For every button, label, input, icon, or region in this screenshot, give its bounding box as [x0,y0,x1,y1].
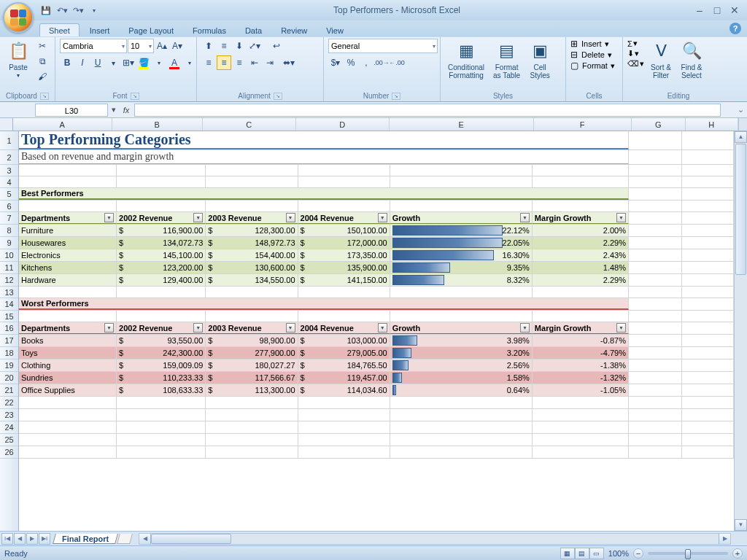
scroll-down-icon[interactable]: ▼ [735,519,747,531]
delete-cells-button[interactable]: ⊟ Delete ▾ [570,50,612,60]
copy-icon[interactable]: ⧉ [35,54,50,69]
format-painter-icon[interactable]: 🖌 [35,69,50,84]
horizontal-scrollbar[interactable]: ◀ ▶ [139,533,731,545]
tab-review[interactable]: Review [272,24,316,36]
row-header[interactable]: 5 [0,188,18,201]
bold-icon[interactable]: B [60,55,74,70]
row-header[interactable]: 11 [0,262,18,274]
filter-icon[interactable]: ▼ [193,213,203,222]
align-center-icon[interactable]: ≡ [217,55,231,70]
fx-icon[interactable]: fx [118,106,134,114]
comma-icon[interactable]: , [359,55,374,70]
col-header-b[interactable]: B [112,118,203,131]
fill-color-icon[interactable]: 🪣 [136,55,151,70]
conditional-formatting-button[interactable]: ▦Conditional Formatting [445,39,487,81]
underline-icon[interactable]: U [90,55,105,70]
row-header[interactable]: 20 [0,372,18,384]
new-sheet-icon[interactable] [117,534,133,544]
clipboard-launcher[interactable]: ↘ [40,93,49,100]
decrease-indent-icon[interactable]: ⇤ [247,55,262,70]
borders-icon[interactable]: ⊞▾ [121,55,136,70]
select-all-corner[interactable] [0,118,13,131]
merge-center-icon[interactable]: ⬌▾ [282,55,296,70]
tab-insert[interactable]: Insert [81,24,119,36]
paste-button[interactable]: 📋 Paste ▼ [4,39,32,79]
col-header-c[interactable]: C [203,118,296,131]
zoom-in-icon[interactable]: + [732,548,743,559]
filter-icon[interactable]: ▼ [616,323,626,332]
sort-filter-button[interactable]: ᐯSort & Filter [647,39,675,81]
col-header-e[interactable]: E [390,118,534,131]
undo-icon[interactable]: ↶▾ [55,4,69,17]
row-header[interactable]: 14 [0,298,18,311]
row-header[interactable]: 18 [0,347,18,359]
number-launcher[interactable]: ↘ [392,93,400,100]
minimize-button[interactable]: – [693,4,706,16]
row-header[interactable]: 1 [0,131,18,150]
view-pagebreak-icon[interactable]: ▭ [589,548,604,559]
help-icon[interactable]: ? [729,23,741,34]
row-header[interactable]: 2 [0,150,18,165]
sheet-nav-next-icon[interactable]: ▶ [26,533,38,545]
worksheet-grid[interactable]: Top Performing CategoriesBased on revenu… [19,131,734,531]
filter-icon[interactable]: ▼ [286,213,295,222]
decrease-decimal-icon[interactable]: ←.00 [390,55,404,70]
row-header[interactable]: 24 [0,421,18,434]
tab-view[interactable]: View [317,24,352,36]
font-size-combo[interactable]: 10 [128,39,154,53]
close-button[interactable]: ✕ [728,4,741,16]
col-header-a[interactable]: A [13,118,112,131]
row-header[interactable]: 4 [0,176,18,188]
tab-sheet[interactable]: Sheet [39,23,80,36]
sheet-nav-prev-icon[interactable]: ◀ [14,533,26,545]
filter-icon[interactable]: ▼ [616,213,626,222]
autosum-button[interactable]: Σ▾ [627,39,644,48]
formula-expand-icon[interactable]: ⌄ [734,105,747,114]
col-header-h[interactable]: H [686,118,738,131]
wrap-text-icon[interactable]: ↩ [269,39,284,53]
align-bottom-icon[interactable]: ⬇ [232,39,247,53]
row-header[interactable]: 6 [0,201,18,212]
row-header[interactable]: 19 [0,359,18,372]
cut-icon[interactable]: ✂ [35,39,50,53]
save-icon[interactable]: 💾 [39,4,53,17]
row-header[interactable]: 8 [0,225,18,237]
alignment-launcher[interactable]: ↘ [274,93,282,100]
filter-icon[interactable]: ▼ [520,323,530,332]
align-left-icon[interactable]: ≡ [201,55,216,70]
font-name-combo[interactable]: Cambria [60,39,127,53]
scroll-up-icon[interactable]: ▲ [735,131,747,143]
row-header[interactable]: 9 [0,237,18,249]
sheet-nav-last-icon[interactable]: ▶I [39,533,50,545]
filter-icon[interactable]: ▼ [104,213,114,222]
col-header-f[interactable]: F [534,118,632,131]
zoom-out-icon[interactable]: − [633,548,643,559]
font-launcher[interactable]: ↘ [131,93,139,100]
redo-icon[interactable]: ↷▾ [71,4,85,17]
tab-data[interactable]: Data [236,24,271,36]
grow-font-icon[interactable]: A▴ [155,39,169,53]
number-format-combo[interactable]: General [328,39,438,53]
format-as-table-button[interactable]: ▤Format as Table [490,39,523,81]
orientation-icon[interactable]: ⤢▾ [247,39,262,53]
shrink-font-icon[interactable]: A▾ [170,39,185,53]
office-button[interactable] [3,2,34,33]
row-header[interactable]: 26 [0,446,18,459]
cell-styles-button[interactable]: ▣Cell Styles [526,39,554,81]
scroll-left-icon[interactable]: ◀ [139,534,151,544]
tab-page-layout[interactable]: Page Layout [120,24,182,36]
col-header-d[interactable]: D [296,118,390,131]
tab-formulas[interactable]: Formulas [184,24,235,36]
fill-button[interactable]: ⬇▾ [627,49,644,58]
clear-button[interactable]: ⌫▾ [627,59,644,69]
row-header[interactable]: 15 [0,311,18,322]
scroll-right-icon[interactable]: ▶ [719,534,730,544]
zoom-level[interactable]: 100% [608,549,629,558]
row-header[interactable]: 3 [0,165,18,176]
filter-icon[interactable]: ▼ [104,323,114,332]
vertical-scrollbar[interactable]: ▲ ▼ [734,131,747,531]
scroll-thumb[interactable] [735,144,746,275]
row-header[interactable]: 7 [0,212,18,225]
view-layout-icon[interactable]: ▤ [575,548,589,559]
row-header[interactable]: 17 [0,335,18,347]
